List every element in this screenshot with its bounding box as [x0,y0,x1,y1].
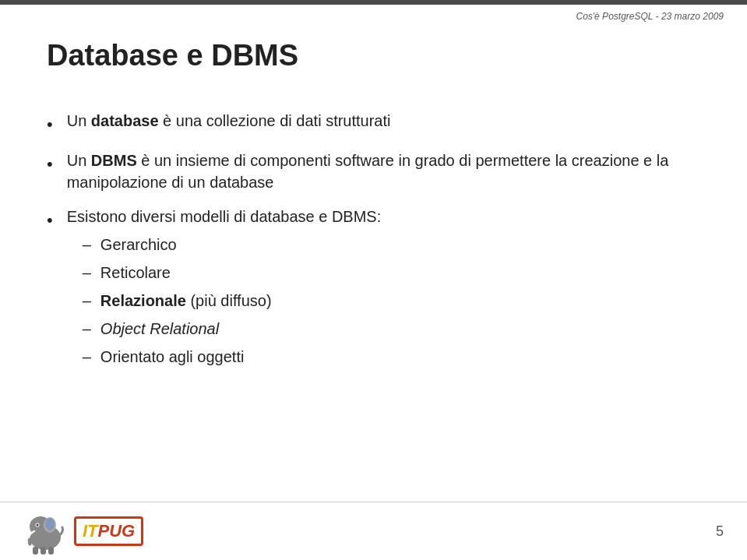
list-item: • Esistono diversi modelli di database e… [47,206,700,374]
svg-point-8 [45,518,55,530]
list-item: • Un database è una collezione di dati s… [47,110,700,137]
list-item: – Relazionale (più diffuso) [83,290,700,312]
bullet-icon: • [47,153,53,177]
slide-content: Database e DBMS • Un database è una coll… [47,39,700,498]
bold-relazionale: Relazionale [100,292,186,309]
bullet-text-3: Esistono diversi modelli di database e D… [67,206,700,374]
bullet-text-1: Un database è una collezione di dati str… [67,110,700,132]
itpug-text: ITPUG [74,516,143,546]
itpug-badge: ITPUG [74,516,143,546]
sub-item-relazionale: Relazionale (più diffuso) [100,290,272,312]
bold-dbms: DBMS [91,152,137,169]
bullet-icon: • [47,209,53,233]
svg-rect-5 [33,547,38,555]
dash-icon: – [83,290,91,312]
footer-logo: ITPUG [23,508,143,555]
sub-item-gerarchico: Gerarchico [100,234,177,255]
elephant-icon [23,508,74,555]
slide-title: Database e DBMS [47,39,700,79]
svg-rect-6 [41,547,46,555]
sub-item-reticolare: Reticolare [100,262,171,284]
bold-database: database [91,112,159,129]
sub-item-orientato: Orientato agli oggetti [100,346,245,368]
top-right-label: Cos'è PostgreSQL - 23 marzo 2009 [576,11,724,22]
svg-point-4 [37,524,39,527]
list-item: – Object Relational [83,318,700,340]
list-item: – Reticolare [83,262,700,284]
svg-rect-7 [48,547,54,555]
bullet-list: • Un database è una collezione di dati s… [47,110,700,374]
page-number: 5 [716,523,724,540]
dash-icon: – [83,234,91,255]
sub-list: – Gerarchico – Reticolare – Relazionale … [83,234,700,368]
header-bar [0,0,747,5]
list-item: – Gerarchico [83,234,700,255]
list-item: • Un DBMS è un insieme di componenti sof… [47,150,700,193]
slide-footer: ITPUG 5 [0,502,747,560]
list-item: – Orientato agli oggetti [83,346,700,368]
dash-icon: – [83,346,91,368]
dash-icon: – [83,262,91,284]
sub-item-object-relational: Object Relational [100,318,219,340]
bullet-icon: • [47,113,53,137]
bullet-text-2: Un DBMS è un insieme di componenti softw… [67,150,700,193]
slide: Cos'è PostgreSQL - 23 marzo 2009 Databas… [0,0,747,560]
dash-icon: – [83,318,91,340]
